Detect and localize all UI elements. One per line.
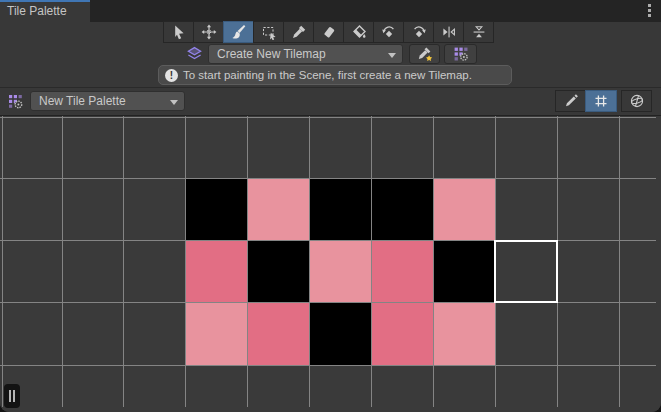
flip-vertical-tool-icon — [471, 24, 487, 40]
painted-tile-black[interactable] — [310, 179, 371, 240]
edit-palette-icon — [563, 93, 579, 109]
palette-toggle-group — [555, 90, 652, 112]
palette-canvas[interactable] — [0, 116, 661, 412]
flip-horizontal-tool-icon — [441, 24, 457, 40]
tile-palette-icon — [7, 93, 24, 110]
grid-toggle-button[interactable] — [585, 90, 617, 112]
tilemap-layers-icon — [186, 45, 203, 62]
box-fill-tool-button[interactable] — [253, 21, 284, 43]
box-fill-tool-icon — [261, 24, 277, 40]
painted-tile-pink[interactable] — [186, 303, 247, 365]
eraser-tool-icon — [321, 24, 337, 40]
info-icon: ! — [165, 69, 178, 82]
palette-dropdown[interactable]: New Tile Palette — [30, 91, 185, 111]
gizmo-toggle-button[interactable] — [621, 90, 652, 112]
flip-horizontal-tool-button[interactable] — [433, 21, 464, 43]
grid-line — [619, 116, 620, 407]
palette-dropdown-value: New Tile Palette — [39, 94, 126, 108]
painted-tile-black[interactable] — [248, 241, 309, 302]
painted-tile-black[interactable] — [372, 179, 433, 240]
gizmo-toggle-icon — [629, 93, 645, 109]
pick-new-brush-button[interactable] — [409, 44, 440, 64]
painted-tile-pink[interactable] — [310, 241, 371, 302]
grid-toggle-icon — [593, 93, 609, 109]
painted-tile-pink[interactable] — [434, 179, 495, 240]
move-tool-icon — [201, 24, 217, 40]
painted-tile-black[interactable] — [310, 303, 371, 365]
rotate-ccw-tool-icon — [381, 24, 397, 40]
eraser-tool-button[interactable] — [313, 21, 344, 43]
paintbrush-tool-button[interactable] — [223, 21, 254, 43]
grid-line — [2, 116, 3, 407]
tab-tile-palette[interactable]: Tile Palette — [0, 0, 90, 22]
tool-strip — [163, 21, 494, 43]
tile-palette-window: Tile Palette Create New Tilemap ! To sta… — [0, 0, 661, 412]
titlebar: Tile Palette — [0, 0, 661, 22]
info-message: ! To start painting in the Scene, first … — [158, 65, 512, 85]
painted-tile-black[interactable] — [186, 179, 247, 240]
chevron-down-icon — [388, 53, 396, 58]
info-message-text: To start painting in the Scene, first cr… — [183, 69, 472, 81]
flip-vertical-tool-button[interactable] — [463, 21, 494, 43]
grid-line — [62, 116, 63, 407]
edit-palette-button[interactable] — [555, 90, 586, 112]
painted-tile-rose[interactable] — [372, 303, 433, 365]
painted-tile-rose[interactable] — [186, 241, 247, 302]
fill-bucket-tool-icon — [351, 24, 367, 40]
grid-line — [123, 116, 124, 407]
painted-tile-black[interactable] — [434, 241, 495, 302]
window-title: Tile Palette — [7, 4, 67, 18]
painted-tile-pink[interactable] — [434, 303, 495, 365]
select-tool-icon — [171, 24, 187, 40]
rotate-ccw-tool-button[interactable] — [373, 21, 404, 43]
overlay-drag-handle[interactable] — [4, 384, 20, 408]
fill-bucket-tool-button[interactable] — [343, 21, 374, 43]
tile-picker-tool-button[interactable] — [283, 21, 314, 43]
rotate-cw-tool-icon — [411, 24, 427, 40]
tilemap-dropdown-value: Create New Tilemap — [217, 47, 326, 61]
paintbrush-tool-icon — [231, 24, 247, 40]
tile-picker-tool-icon — [291, 24, 307, 40]
grid-line — [0, 117, 656, 118]
rotate-cw-tool-button[interactable] — [403, 21, 434, 43]
hovered-cell-outline — [494, 240, 558, 303]
chevron-down-icon — [170, 100, 178, 105]
move-tool-button[interactable] — [193, 21, 224, 43]
painted-tile-rose[interactable] — [248, 303, 309, 365]
tilemap-dropdown[interactable]: Create New Tilemap — [208, 44, 403, 64]
grid-line — [0, 365, 656, 366]
painted-tile-rose[interactable] — [372, 241, 433, 302]
kebab-menu-icon[interactable] — [644, 4, 654, 18]
tile-palette-settings-button[interactable] — [444, 44, 477, 64]
painted-tile-pink[interactable] — [248, 179, 309, 240]
select-tool-button[interactable] — [163, 21, 194, 43]
